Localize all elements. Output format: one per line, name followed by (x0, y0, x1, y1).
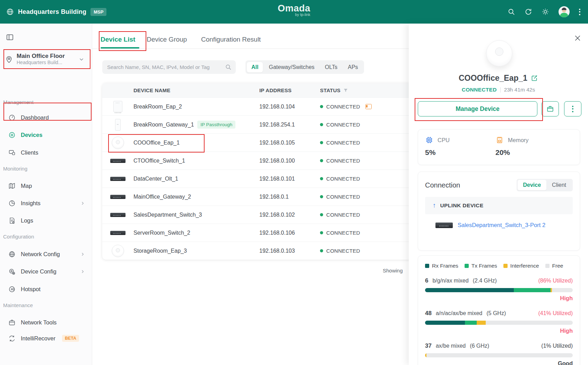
device-image-ap-ceiling (112, 137, 124, 149)
channel-number: 37 (425, 342, 432, 349)
filter-gateway-switches[interactable]: Gateway/Switches (264, 62, 319, 72)
sidebar-collapse-icon[interactable] (6, 33, 14, 41)
device-image-switch (110, 231, 126, 235)
panel-uptime: 23h 41m 42s (504, 87, 535, 93)
panel-status: CONNECTED (462, 87, 497, 93)
search-input[interactable] (106, 64, 225, 70)
globe-icon (6, 8, 14, 16)
col-device-name: DEVICE NAME (133, 87, 259, 93)
table-row[interactable]: CTOOffice_Switch_1 192.168.0.100 CONNECT… (102, 151, 412, 170)
chevron-right-icon (80, 252, 85, 257)
sidebar-item-logs[interactable]: Logs (0, 215, 92, 226)
uplink-header: UPLINK DEVICE (440, 202, 484, 209)
table-row[interactable]: ServerRoom_Switch_2 192.168.0.106 CONNEC… (102, 224, 412, 242)
table-row[interactable]: BreakRoom_Gateway_1 IP Passthrough 192.1… (102, 115, 412, 133)
table-row[interactable]: StorageRoom_Eap_3 192.168.0.103 CONNECTE… (102, 242, 412, 260)
device-image-gateway (115, 119, 121, 131)
site-selector-title: Main Office Floor (17, 53, 65, 60)
omada-logo: Omada by tp-link (278, 3, 310, 17)
table-row[interactable]: BreakRoom_Eap_2 192.168.0.104 CONNECTED (102, 97, 412, 115)
channel-number: 6 (425, 277, 428, 284)
close-icon[interactable] (574, 35, 581, 42)
device-image-gateway-rack (110, 195, 126, 199)
rx-frames-swatch (425, 264, 429, 268)
top-bar: Headquarters Building MSP Omada by tp-li… (0, 0, 588, 24)
uplink-device-link[interactable]: SalesDepartment_Switch_3-Port 2 (458, 222, 545, 228)
sidebar-item-hotspot[interactable]: Hotspot (0, 284, 92, 295)
col-status: STATUS (320, 87, 340, 93)
sidebar-item-network-config[interactable]: Network Config (0, 249, 92, 260)
site-selector-subtitle: Headquarters Build... (17, 60, 65, 66)
col-ip-address: IP ADDRESS (259, 87, 320, 93)
toggle-device[interactable]: Device (518, 180, 547, 190)
sidebar-item-network-tools[interactable]: Network Tools (0, 317, 92, 328)
location-pin-icon (5, 55, 13, 63)
pagination-info: Showing (383, 268, 403, 273)
utilization-value: (1% Utilized) (541, 343, 573, 349)
connection-toggle: Device Client (517, 179, 573, 191)
search-icon[interactable] (508, 8, 515, 16)
chevron-right-icon (80, 269, 85, 274)
theme-icon[interactable] (542, 8, 549, 16)
device-photo (486, 40, 512, 67)
edit-icon[interactable] (531, 75, 538, 82)
connection-card: Connection Device Client ↑ UPLINK DEVICE… (418, 172, 580, 251)
status-dot (320, 141, 323, 144)
tab-device-group[interactable]: Device Group (147, 36, 187, 43)
sidebar-item-device-config[interactable]: Device Config (0, 266, 92, 277)
filter-funnel-icon[interactable] (343, 88, 348, 93)
search-icon (225, 64, 232, 70)
filter-aps[interactable]: APs (343, 62, 362, 72)
utilization-bar (425, 288, 573, 292)
more-actions-button[interactable] (564, 101, 581, 116)
device-image-olt (110, 177, 126, 181)
insights-icon (8, 200, 16, 207)
radio-band-6g: 37 ax/be mixed (6 GHz) (1% Utilized) Goo… (425, 342, 573, 365)
more-menu-icon[interactable] (579, 9, 580, 15)
user-avatar[interactable] (559, 6, 570, 17)
utilization-bar (425, 321, 573, 325)
connection-title: Connection (425, 181, 460, 189)
filter-olts[interactable]: OLTs (320, 62, 342, 72)
cpu-value: 5% (425, 148, 495, 157)
status-dot (320, 105, 323, 108)
utilization-value: (86% Utilized) (538, 278, 573, 284)
msp-badge: MSP (90, 8, 106, 16)
tab-device-list[interactable]: Device List (101, 36, 135, 43)
chevron-down-icon (78, 56, 85, 62)
interference-rating: High (425, 328, 573, 334)
sidebar-item-dashboard[interactable]: Dashboard (0, 112, 92, 123)
sidebar-item-insights[interactable]: Insights (0, 198, 92, 209)
site-selector[interactable]: Main Office Floor Headquarters Build... (5, 51, 85, 68)
table-row[interactable]: MainOffice_Gateway_2 192.168.0.1 CONNECT… (102, 188, 412, 206)
radio-card: Rx Frames Tx Frames Interference Free 6 … (418, 255, 580, 365)
map-icon (8, 182, 16, 190)
manage-device-button[interactable]: Manage Device (418, 101, 537, 116)
utilization-value: (41% Utilized) (538, 310, 573, 316)
table-header: DEVICE NAME IP ADDRESS STATUS (102, 83, 412, 97)
memory-value: 20% (495, 148, 580, 157)
network-tools-icon (8, 319, 16, 326)
filter-all[interactable]: All (247, 62, 263, 72)
toolbox-button[interactable] (542, 101, 559, 116)
sidebar-item-clients[interactable]: Clients (0, 147, 92, 158)
tab-configuration-result[interactable]: Configuration Result (201, 36, 261, 43)
table-row-selected[interactable]: COOOffice_Eap_1 192.168.0.105 CONNECTED (102, 133, 412, 151)
table-row[interactable]: DataCenter_Olt_1 192.168.0.101 CONNECTED (102, 170, 412, 188)
section-label-monitoring: Monitoring (3, 166, 27, 172)
status-dot (320, 231, 323, 234)
sidebar-item-devices[interactable]: Devices (0, 129, 92, 140)
toggle-client[interactable]: Client (546, 180, 572, 190)
status-dot (320, 123, 323, 126)
status-dot (320, 177, 323, 180)
table-row[interactable]: SalesDepartment_Switch_3 192.168.0.102 C… (102, 206, 412, 224)
memory-label: Memory (508, 137, 529, 144)
device-image-ap-ceiling (112, 245, 124, 257)
site-name: Headquarters Building (18, 8, 86, 16)
sidebar-item-map[interactable]: Map (0, 180, 92, 191)
radio-band-2g: 6 b/g/n/ax mixed (2.4 GHz) (86% Utilized… (425, 277, 573, 302)
refresh-icon[interactable] (525, 8, 532, 16)
sidebar-item-intellirecover[interactable]: IntelliRecover BETA (0, 333, 92, 344)
status-dot (320, 249, 323, 252)
cpu-label: CPU (438, 137, 450, 144)
